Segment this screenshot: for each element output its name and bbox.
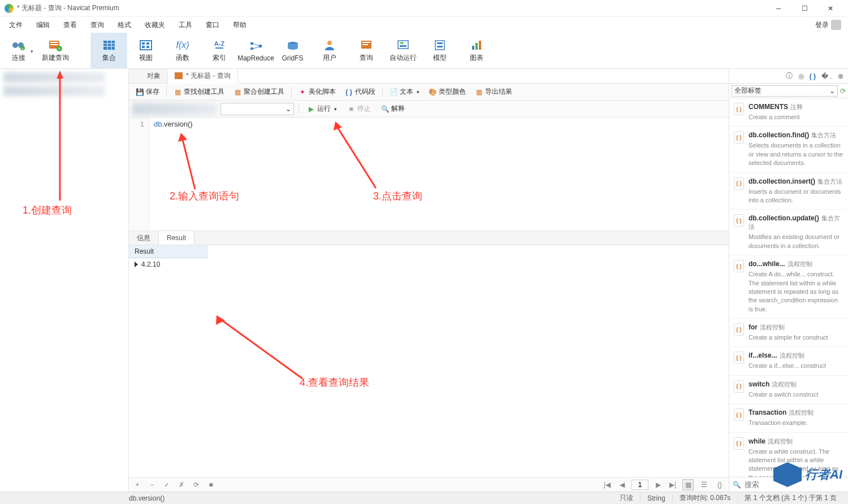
tool-connection[interactable]: + 连接▾ (0, 33, 37, 68)
tool-autorun[interactable]: 自动运行 (384, 33, 421, 68)
result-row[interactable]: 4.2.10 (129, 258, 208, 271)
run-button[interactable]: ▶运行▾ (304, 102, 340, 115)
tag-filter-select[interactable]: 全部标签⌄ (732, 85, 838, 97)
first-page-button[interactable]: |◀ (602, 481, 612, 489)
snippet-title: do...while...流程控制 (749, 260, 843, 268)
database-combo[interactable]: ⌄ (220, 103, 294, 115)
snippet-item[interactable]: ( )switch流程控制Create a switch construct (729, 376, 848, 404)
next-page-button[interactable]: ▶ (653, 481, 663, 489)
menu-query[interactable]: 查询 (84, 18, 111, 32)
menu-window[interactable]: 窗口 (199, 18, 226, 32)
chart-icon (469, 38, 484, 52)
grid-view-button[interactable]: ▦ (682, 479, 694, 490)
snippet-list[interactable]: ( )COMMENTS注释Create a comment( )db.colle… (729, 98, 848, 477)
chevron-down-icon: ▾ (417, 89, 419, 95)
add-row-button[interactable]: + (132, 481, 142, 489)
snippet-icon: ( ) (734, 131, 744, 144)
columns-icon[interactable]: �ہ (821, 72, 832, 80)
svg-rect-31 (400, 45, 406, 47)
snippet-item[interactable]: ( )Transaction流程控制Transaction example. (729, 404, 848, 432)
type-color-button[interactable]: 🎨类型颜色 (425, 85, 469, 98)
minimize-button[interactable]: ─ (765, 0, 791, 17)
tool-collection[interactable]: 集合 (90, 33, 127, 68)
snippet-item[interactable]: ( )db.collection.update()集合方法Modifies an… (729, 210, 848, 255)
snippet-item[interactable]: ( )if...else...流程控制Create a if...else...… (729, 347, 848, 375)
connection-tree[interactable] (0, 69, 129, 492)
menu-bar: 文件 编辑 查看 查询 格式 收藏夹 工具 窗口 帮助 登录 (0, 17, 848, 33)
tab-result[interactable]: Result (158, 231, 194, 245)
menu-edit[interactable]: 编辑 (29, 18, 57, 32)
blurred-content (3, 86, 105, 96)
result-grid[interactable]: Result 4.2.10 (129, 245, 729, 477)
snippet-item[interactable]: ( )db.collection.insert()集合方法Inserts a d… (729, 173, 848, 210)
export-result-button[interactable]: ▦导出结果 (471, 85, 516, 98)
menu-help[interactable]: 帮助 (226, 18, 253, 32)
snippet-button[interactable]: ( )代码段 (341, 85, 379, 98)
tool-user[interactable]: 用户 (311, 33, 348, 68)
tool-query[interactable]: 查询 (348, 33, 384, 68)
snippet-icon: ( ) (345, 88, 353, 96)
svg-rect-17 (142, 46, 145, 48)
stop-load-button[interactable]: ■ (206, 481, 216, 489)
tool-chart[interactable]: 图表 (458, 33, 495, 68)
menu-tools[interactable]: 工具 (172, 18, 199, 32)
beautify-button[interactable]: ✦美化脚本 (295, 85, 339, 98)
last-page-button[interactable]: ▶| (668, 481, 678, 489)
save-button[interactable]: 💾保存 (132, 85, 163, 98)
snippets-pane: ⓘ ◎ ( ) �ہ ⊗ 全部标签⌄ ⟳ ( )COMMENTS注释Create… (729, 69, 848, 492)
cancel-button[interactable]: ✗ (176, 481, 187, 489)
snippet-icon: ( ) (734, 409, 744, 421)
commit-button[interactable]: ✓ (162, 481, 172, 489)
page-input[interactable] (631, 480, 648, 490)
tab-info[interactable]: 信息 (129, 231, 158, 245)
tool-gridfs[interactable]: GridFS (274, 33, 311, 68)
target-icon[interactable]: ◎ (798, 72, 804, 80)
tab-query[interactable]: * 无标题 - 查询 (168, 69, 238, 84)
status-record: 第 1 个文档 (共 1 个) 于第 1 页 (738, 493, 843, 503)
snippet-item[interactable]: ( )db.collection.find()集合方法Selects docum… (729, 127, 848, 172)
snippet-item[interactable]: ( )COMMENTS注释Create a comment (729, 98, 848, 127)
explain-button[interactable]: 🔍解释 (378, 102, 408, 115)
form-view-button[interactable]: ☰ (698, 479, 709, 490)
delete-row-button[interactable]: − (147, 481, 157, 489)
agg-icon: ▦ (233, 88, 241, 96)
tool-index[interactable]: A-Z 索引 (201, 33, 237, 68)
code-content[interactable]: db.version() (149, 118, 729, 231)
snippet-desc: Inserts a document or documents into a c… (749, 188, 843, 205)
close-button[interactable]: ✕ (817, 0, 843, 17)
query-builder-button[interactable]: ▦查找创建工具 (170, 85, 228, 98)
refresh-snippets-button[interactable]: ⟳ (840, 87, 846, 95)
user-icon (322, 38, 338, 52)
login-button[interactable]: 登录 (811, 18, 846, 32)
maximize-button[interactable]: ☐ (791, 0, 817, 17)
snippet-item[interactable]: ( )do...while...流程控制Create A do...while.… (729, 255, 848, 319)
menu-file[interactable]: 文件 (2, 18, 29, 32)
tool-model[interactable]: 模型 (421, 33, 458, 68)
menu-favorites[interactable]: 收藏夹 (138, 18, 172, 32)
tool-mapreduce[interactable]: MapReduce (237, 33, 274, 68)
result-column-header[interactable]: Result (129, 245, 208, 258)
stop-button[interactable]: ■停止 (344, 102, 374, 115)
agg-builder-button[interactable]: ▦聚合创建工具 (230, 85, 288, 98)
refresh-button[interactable]: ⟳ (191, 481, 201, 489)
code-editor[interactable]: 1 db.version() (129, 118, 729, 231)
tool-function[interactable]: f(x) 函数 (164, 33, 201, 68)
text-button[interactable]: 📄文本▾ (386, 85, 423, 98)
query-toolbar: 💾保存 ▦查找创建工具 ▦聚合创建工具 ✦美化脚本 ( )代码段 📄文本▾ 🎨类… (129, 84, 729, 101)
tool-view[interactable]: 视图 (127, 33, 164, 68)
tool-new-query[interactable]: + 新建查询 (37, 33, 73, 68)
svg-rect-23 (250, 47, 253, 50)
snippet-tag: 流程控制 (768, 438, 793, 445)
prev-page-button[interactable]: ◀ (617, 481, 627, 489)
link-icon[interactable]: ⊗ (838, 72, 843, 80)
snippet-tag: 流程控制 (789, 409, 814, 416)
tab-objects[interactable]: 对象 (129, 69, 168, 83)
braces-icon[interactable]: ( ) (810, 72, 816, 80)
info-icon[interactable]: ⓘ (786, 71, 793, 81)
menu-format[interactable]: 格式 (111, 18, 138, 32)
json-view-button[interactable]: {} (714, 479, 725, 490)
svg-rect-16 (146, 42, 149, 45)
table-icon (101, 38, 117, 52)
snippet-item[interactable]: ( )for流程控制Create a simple for construct (729, 319, 848, 347)
menu-view[interactable]: 查看 (57, 18, 84, 32)
